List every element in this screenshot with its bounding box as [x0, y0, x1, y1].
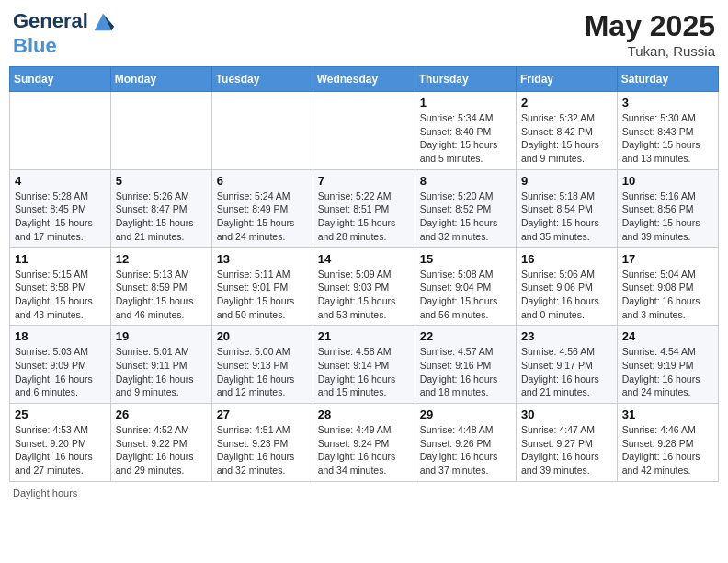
day-number: 15: [420, 252, 511, 266]
calendar-cell: 26Sunrise: 4:52 AM Sunset: 9:22 PM Dayli…: [110, 404, 211, 482]
day-info: Sunrise: 5:04 AM Sunset: 9:08 PM Dayligh…: [622, 268, 713, 322]
calendar-cell: 25Sunrise: 4:53 AM Sunset: 9:20 PM Dayli…: [10, 404, 111, 482]
calendar-cell: 12Sunrise: 5:13 AM Sunset: 8:59 PM Dayli…: [110, 247, 211, 326]
logo: General Blue: [13, 9, 116, 57]
day-number: 18: [15, 329, 106, 343]
day-info: Sunrise: 5:24 AM Sunset: 8:49 PM Dayligh…: [217, 190, 308, 244]
day-info: Sunrise: 4:54 AM Sunset: 9:19 PM Dayligh…: [622, 345, 713, 399]
calendar-cell: 17Sunrise: 5:04 AM Sunset: 9:08 PM Dayli…: [617, 247, 718, 326]
calendar-week-row: 11Sunrise: 5:15 AM Sunset: 8:58 PM Dayli…: [10, 247, 719, 326]
day-number: 3: [622, 96, 713, 109]
calendar-cell: 9Sunrise: 5:18 AM Sunset: 8:54 PM Daylig…: [517, 169, 618, 247]
location-subtitle: Tukan, Russia: [585, 43, 715, 59]
calendar-cell: 7Sunrise: 5:22 AM Sunset: 8:51 PM Daylig…: [313, 169, 415, 247]
daylight-label: Daylight hours: [13, 488, 77, 499]
day-number: 10: [622, 174, 713, 188]
day-info: Sunrise: 4:46 AM Sunset: 9:28 PM Dayligh…: [622, 423, 713, 477]
day-number: 24: [622, 329, 713, 343]
weekday-header: Monday: [110, 67, 211, 92]
day-number: 26: [116, 408, 207, 421]
day-number: 2: [521, 96, 612, 109]
day-info: Sunrise: 5:09 AM Sunset: 9:03 PM Dayligh…: [318, 268, 410, 322]
calendar-cell: 28Sunrise: 4:49 AM Sunset: 9:24 PM Dayli…: [313, 404, 415, 482]
day-info: Sunrise: 5:30 AM Sunset: 8:43 PM Dayligh…: [622, 111, 713, 166]
logo-line2: Blue: [13, 35, 116, 57]
footer: Daylight hours: [9, 488, 719, 499]
day-number: 28: [318, 408, 410, 421]
day-number: 11: [15, 252, 106, 266]
month-year-title: May 2025: [585, 9, 715, 43]
calendar-cell: [211, 92, 313, 170]
day-number: 14: [318, 252, 410, 266]
day-number: 6: [217, 174, 308, 188]
day-info: Sunrise: 5:28 AM Sunset: 8:45 PM Dayligh…: [15, 190, 106, 244]
day-number: 31: [622, 408, 713, 421]
day-info: Sunrise: 5:34 AM Sunset: 8:40 PM Dayligh…: [420, 111, 511, 166]
calendar-cell: 24Sunrise: 4:54 AM Sunset: 9:19 PM Dayli…: [617, 326, 718, 404]
calendar-cell: 1Sunrise: 5:34 AM Sunset: 8:40 PM Daylig…: [415, 92, 516, 170]
day-info: Sunrise: 5:00 AM Sunset: 9:13 PM Dayligh…: [217, 345, 308, 399]
day-info: Sunrise: 4:51 AM Sunset: 9:23 PM Dayligh…: [217, 423, 308, 477]
calendar-cell: 23Sunrise: 4:56 AM Sunset: 9:17 PM Dayli…: [517, 326, 618, 404]
day-info: Sunrise: 5:01 AM Sunset: 9:11 PM Dayligh…: [116, 345, 207, 399]
day-info: Sunrise: 5:06 AM Sunset: 9:06 PM Dayligh…: [521, 268, 612, 322]
calendar-cell: 27Sunrise: 4:51 AM Sunset: 9:23 PM Dayli…: [211, 404, 313, 482]
day-info: Sunrise: 4:57 AM Sunset: 9:16 PM Dayligh…: [420, 345, 511, 399]
weekday-header: Sunday: [10, 67, 111, 92]
calendar-cell: 16Sunrise: 5:06 AM Sunset: 9:06 PM Dayli…: [517, 247, 618, 326]
calendar-cell: 2Sunrise: 5:32 AM Sunset: 8:42 PM Daylig…: [517, 92, 618, 170]
calendar-cell: 14Sunrise: 5:09 AM Sunset: 9:03 PM Dayli…: [313, 247, 415, 326]
calendar-cell: 5Sunrise: 5:26 AM Sunset: 8:47 PM Daylig…: [110, 169, 211, 247]
weekday-header: Wednesday: [313, 67, 415, 92]
calendar-cell: 4Sunrise: 5:28 AM Sunset: 8:45 PM Daylig…: [10, 169, 111, 247]
day-info: Sunrise: 4:48 AM Sunset: 9:26 PM Dayligh…: [420, 423, 511, 477]
day-info: Sunrise: 4:49 AM Sunset: 9:24 PM Dayligh…: [318, 423, 410, 477]
day-number: 19: [116, 329, 207, 343]
weekday-header: Saturday: [617, 67, 718, 92]
logo-text: General: [13, 9, 116, 35]
day-info: Sunrise: 5:18 AM Sunset: 8:54 PM Dayligh…: [521, 190, 612, 244]
day-info: Sunrise: 5:26 AM Sunset: 8:47 PM Dayligh…: [116, 190, 207, 244]
calendar-cell: 19Sunrise: 5:01 AM Sunset: 9:11 PM Dayli…: [110, 326, 211, 404]
calendar-cell: 22Sunrise: 4:57 AM Sunset: 9:16 PM Dayli…: [415, 326, 516, 404]
calendar-week-row: 25Sunrise: 4:53 AM Sunset: 9:20 PM Dayli…: [10, 404, 719, 482]
calendar-cell: 20Sunrise: 5:00 AM Sunset: 9:13 PM Dayli…: [211, 326, 313, 404]
weekday-header: Thursday: [415, 67, 516, 92]
day-number: 7: [318, 174, 410, 188]
day-number: 9: [521, 174, 612, 188]
day-info: Sunrise: 5:13 AM Sunset: 8:59 PM Dayligh…: [116, 268, 207, 322]
day-number: 29: [420, 408, 511, 421]
weekday-header-row: SundayMondayTuesdayWednesdayThursdayFrid…: [10, 67, 719, 92]
day-info: Sunrise: 5:15 AM Sunset: 8:58 PM Dayligh…: [15, 268, 106, 322]
weekday-header: Tuesday: [211, 67, 313, 92]
day-info: Sunrise: 5:16 AM Sunset: 8:56 PM Dayligh…: [622, 190, 713, 244]
day-number: 4: [15, 174, 106, 188]
day-info: Sunrise: 5:20 AM Sunset: 8:52 PM Dayligh…: [420, 190, 511, 244]
calendar-cell: 6Sunrise: 5:24 AM Sunset: 8:49 PM Daylig…: [211, 169, 313, 247]
day-number: 17: [622, 252, 713, 266]
calendar-cell: [10, 92, 111, 170]
day-info: Sunrise: 5:22 AM Sunset: 8:51 PM Dayligh…: [318, 190, 410, 244]
day-info: Sunrise: 4:58 AM Sunset: 9:14 PM Dayligh…: [318, 345, 410, 399]
day-number: 30: [521, 408, 612, 421]
calendar-cell: 29Sunrise: 4:48 AM Sunset: 9:26 PM Dayli…: [415, 404, 516, 482]
day-number: 23: [521, 329, 612, 343]
calendar-cell: 3Sunrise: 5:30 AM Sunset: 8:43 PM Daylig…: [617, 92, 718, 170]
day-info: Sunrise: 4:53 AM Sunset: 9:20 PM Dayligh…: [15, 423, 106, 477]
day-number: 21: [318, 329, 410, 343]
calendar-week-row: 18Sunrise: 5:03 AM Sunset: 9:09 PM Dayli…: [10, 326, 719, 404]
calendar-week-row: 4Sunrise: 5:28 AM Sunset: 8:45 PM Daylig…: [10, 169, 719, 247]
day-number: 27: [217, 408, 308, 421]
day-info: Sunrise: 5:32 AM Sunset: 8:42 PM Dayligh…: [521, 111, 612, 166]
day-info: Sunrise: 5:11 AM Sunset: 9:01 PM Dayligh…: [217, 268, 308, 322]
calendar-cell: 21Sunrise: 4:58 AM Sunset: 9:14 PM Dayli…: [313, 326, 415, 404]
day-number: 13: [217, 252, 308, 266]
page-header: General Blue May 2025 Tukan, Russia: [9, 9, 719, 59]
calendar-cell: 31Sunrise: 4:46 AM Sunset: 9:28 PM Dayli…: [617, 404, 718, 482]
day-number: 16: [521, 252, 612, 266]
calendar-week-row: 1Sunrise: 5:34 AM Sunset: 8:40 PM Daylig…: [10, 92, 719, 170]
day-number: 22: [420, 329, 511, 343]
day-info: Sunrise: 5:08 AM Sunset: 9:04 PM Dayligh…: [420, 268, 511, 322]
calendar-cell: 13Sunrise: 5:11 AM Sunset: 9:01 PM Dayli…: [211, 247, 313, 326]
calendar-table: SundayMondayTuesdayWednesdayThursdayFrid…: [9, 66, 719, 482]
